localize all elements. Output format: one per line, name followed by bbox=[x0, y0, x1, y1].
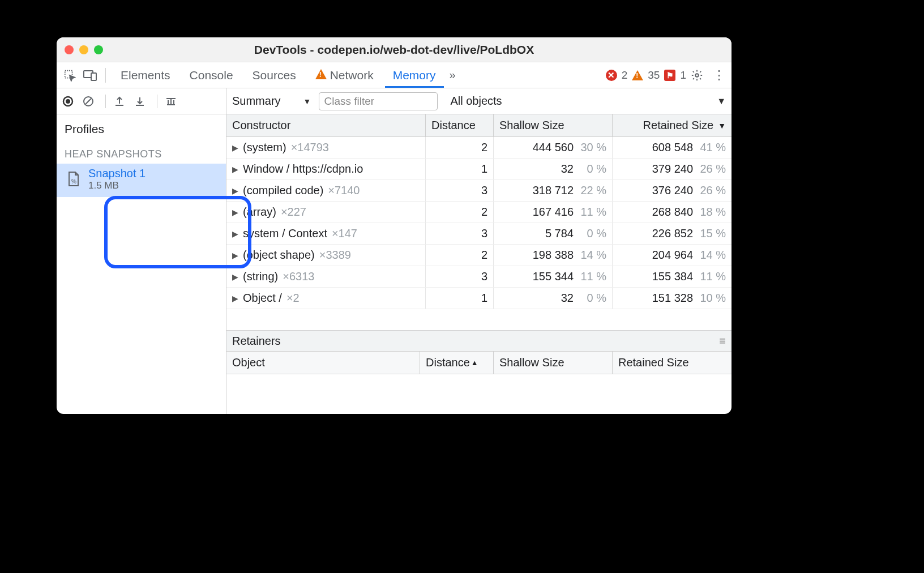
constructor-count: ×6313 bbox=[283, 270, 314, 283]
table-row[interactable]: ▶Object / ×21320 %151 32810 % bbox=[226, 288, 732, 309]
placeholder-text: Class filter bbox=[324, 95, 374, 108]
tab-label: Memory bbox=[393, 69, 436, 82]
snapshot-text: Snapshot 1 1.5 MB bbox=[88, 167, 146, 191]
tab-label: Sources bbox=[253, 69, 296, 82]
clear-icon[interactable] bbox=[83, 96, 97, 107]
device-toggle-icon[interactable] bbox=[82, 67, 99, 84]
table-row[interactable]: ▶(array) ×2272167 41611 %268 84018 % bbox=[226, 202, 732, 223]
upload-icon[interactable] bbox=[114, 96, 129, 107]
warning-icon bbox=[315, 69, 327, 82]
table-row[interactable]: ▶system / Context ×14735 7840 %226 85215… bbox=[226, 223, 732, 245]
svg-point-3 bbox=[695, 74, 699, 77]
distance-cell: 1 bbox=[426, 288, 494, 309]
heap-snapshots-heading: HEAP SNAPSHOTS bbox=[57, 140, 226, 164]
tab-strip: Elements Console Sources Network Memory … bbox=[57, 62, 732, 88]
expand-icon[interactable]: ▶ bbox=[232, 272, 238, 281]
error-count: 2 bbox=[622, 69, 628, 82]
rcol-distance[interactable]: Distance▲ bbox=[420, 352, 494, 374]
table-row[interactable]: ▶(string) ×63133155 34411 %155 38411 % bbox=[226, 266, 732, 288]
gear-icon[interactable] bbox=[691, 69, 707, 82]
issues-icon[interactable]: ⚑ bbox=[664, 70, 675, 81]
table-body[interactable]: ▶(system) ×147932444 56030 %608 54841 %▶… bbox=[226, 137, 732, 309]
expand-icon[interactable]: ▶ bbox=[232, 229, 238, 238]
more-tabs-icon[interactable]: » bbox=[447, 69, 458, 82]
shallow-cell: 320 % bbox=[494, 288, 613, 309]
retained-cell: 155 38411 % bbox=[613, 266, 732, 287]
snapshot-file-icon: % bbox=[67, 171, 83, 188]
constructor-name: system / Context bbox=[243, 227, 327, 240]
tab-console[interactable]: Console bbox=[182, 62, 241, 88]
svg-line-7 bbox=[85, 99, 91, 104]
expand-icon[interactable]: ▶ bbox=[232, 143, 238, 152]
chevron-down-icon[interactable]: ▼ bbox=[717, 96, 726, 106]
tab-memory[interactable]: Memory bbox=[385, 62, 444, 88]
shallow-cell: 444 56030 % bbox=[494, 137, 613, 158]
sidebar-toolbar bbox=[57, 88, 226, 114]
distance-cell: 3 bbox=[426, 180, 494, 201]
memory-main: Summary ▼ Class filter All objects ▼ Con… bbox=[226, 88, 732, 414]
warning-icon[interactable] bbox=[632, 70, 643, 80]
rcol-shallow[interactable]: Shallow Size bbox=[494, 352, 613, 374]
tab-label: Elements bbox=[121, 69, 170, 82]
rcol-object[interactable]: Object bbox=[226, 352, 420, 374]
summary-dropdown[interactable]: Summary ▼ bbox=[232, 95, 311, 108]
constructor-name: Window / https://cdpn.io bbox=[243, 163, 363, 176]
shallow-cell: 167 41611 % bbox=[494, 202, 613, 223]
shallow-cell: 318 71222 % bbox=[494, 180, 613, 201]
constructor-count: ×14793 bbox=[291, 141, 329, 154]
tab-label: Console bbox=[190, 69, 233, 82]
rcol-retained[interactable]: Retained Size bbox=[613, 352, 732, 374]
distance-cell: 2 bbox=[426, 245, 494, 266]
all-objects-dropdown[interactable]: All objects bbox=[450, 95, 502, 108]
col-distance[interactable]: Distance bbox=[426, 114, 494, 136]
col-constructor[interactable]: Constructor bbox=[226, 114, 426, 136]
svg-point-5 bbox=[66, 99, 70, 104]
class-filter-input[interactable]: Class filter bbox=[319, 92, 438, 110]
retained-cell: 608 54841 % bbox=[613, 137, 732, 158]
warning-count: 35 bbox=[648, 69, 660, 82]
table-row[interactable]: ▶(system) ×147932444 56030 %608 54841 % bbox=[226, 137, 732, 159]
expand-icon[interactable]: ▶ bbox=[232, 165, 238, 174]
garbage-collect-icon[interactable] bbox=[165, 96, 180, 107]
distance-cell: 2 bbox=[426, 202, 494, 223]
retained-cell: 379 24026 % bbox=[613, 159, 732, 179]
sort-asc-icon: ▲ bbox=[471, 358, 478, 367]
shallow-cell: 155 34411 % bbox=[494, 266, 613, 287]
tab-elements[interactable]: Elements bbox=[113, 62, 178, 88]
table-row[interactable]: ▶Window / https://cdpn.io1320 %379 24026… bbox=[226, 159, 732, 180]
constructor-count: ×7140 bbox=[328, 184, 360, 197]
snapshot-item[interactable]: % Snapshot 1 1.5 MB bbox=[57, 164, 226, 197]
issues-count: 1 bbox=[680, 69, 686, 82]
retained-cell: 151 32810 % bbox=[613, 288, 732, 309]
expand-icon[interactable]: ▶ bbox=[232, 251, 238, 260]
retainers-label: Retainers bbox=[232, 335, 281, 348]
tab-sources[interactable]: Sources bbox=[245, 62, 304, 88]
constructor-count: ×2 bbox=[286, 292, 300, 305]
shallow-cell: 198 38814 % bbox=[494, 245, 613, 266]
download-icon[interactable] bbox=[134, 96, 149, 107]
expand-icon[interactable]: ▶ bbox=[232, 294, 238, 303]
tab-network[interactable]: Network bbox=[307, 62, 382, 88]
chevron-down-icon: ▼ bbox=[303, 97, 311, 106]
menu-icon[interactable]: ≡ bbox=[719, 335, 726, 348]
divider bbox=[105, 95, 106, 108]
error-icon[interactable]: ✕ bbox=[606, 70, 617, 81]
distance-cell: 3 bbox=[426, 266, 494, 287]
expand-icon[interactable]: ▶ bbox=[232, 208, 238, 217]
panel-body: Profiles HEAP SNAPSHOTS % Snapshot 1 1.5… bbox=[57, 88, 732, 414]
kebab-icon[interactable]: ⋮ bbox=[711, 68, 727, 83]
summary-label: Summary bbox=[232, 95, 281, 108]
constructor-count: ×3389 bbox=[319, 249, 351, 262]
col-retained[interactable]: Retained Size▼ bbox=[613, 114, 732, 136]
table-row[interactable]: ▶(object shape) ×33892198 38814 %204 964… bbox=[226, 245, 732, 266]
svg-text:%: % bbox=[71, 178, 76, 185]
inspect-icon[interactable] bbox=[61, 67, 78, 84]
expand-icon[interactable]: ▶ bbox=[232, 186, 238, 195]
devtools-window: DevTools - codepen.io/web-dot-dev/live/P… bbox=[57, 37, 732, 414]
table-row[interactable]: ▶(compiled code) ×71403318 71222 %376 24… bbox=[226, 180, 732, 202]
constructor-name: Object / bbox=[243, 292, 282, 305]
col-shallow[interactable]: Shallow Size bbox=[494, 114, 613, 136]
record-icon[interactable] bbox=[62, 96, 77, 107]
constructor-count: ×147 bbox=[332, 227, 357, 240]
status-badges: ✕ 2 35 ⚑ 1 ⋮ bbox=[606, 68, 727, 83]
